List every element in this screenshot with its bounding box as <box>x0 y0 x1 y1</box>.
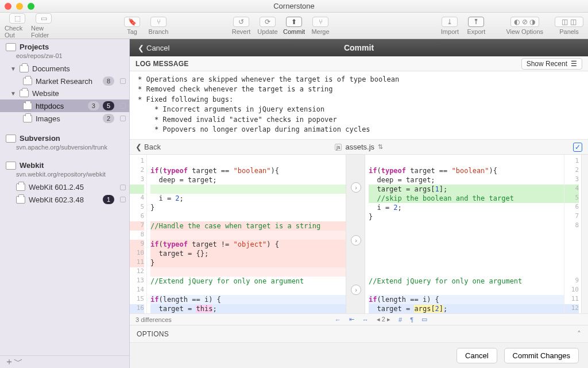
sidebar-footer: ＋﹀ <box>0 355 129 368</box>
export-button[interactable]: ⤒Export <box>463 17 489 35</box>
log-message-textarea[interactable]: * Operations are skipped whenever the ta… <box>130 71 588 140</box>
commit-changes-button[interactable]: Commit Changes <box>504 348 579 363</box>
diff-center-gutter: › › › <box>346 155 365 313</box>
folder-icon <box>23 78 32 85</box>
panels-button[interactable]: ◫ ◫Panels <box>555 17 583 35</box>
count-badge: 2 <box>103 114 114 123</box>
sidebar-item-website[interactable]: ▼Website <box>0 87 129 99</box>
diff-nav-mark-icon[interactable]: ⇤ <box>349 316 354 323</box>
add-button[interactable]: ＋﹀ <box>5 356 23 368</box>
projects-subtitle: eos/repos/zw-01 <box>0 52 129 63</box>
js-file-icon: js <box>335 144 342 151</box>
branch-button[interactable]: ⑂Branch <box>146 17 171 35</box>
folder-icon <box>16 196 25 204</box>
webkit-subtitle: svn.webkit.org/repository/webkit <box>0 171 129 181</box>
diff-viewer: 123456789101112131415161718 if(typeof ta… <box>130 155 588 314</box>
show-recent-button[interactable]: Show Recent☰ <box>521 58 582 70</box>
checkbox[interactable] <box>120 78 126 84</box>
checkbox[interactable] <box>120 116 126 121</box>
sidebar-item-images[interactable]: Images2 <box>0 112 129 125</box>
merge-button[interactable]: ⑂Merge <box>308 17 333 35</box>
diff-nav-combo-icon[interactable]: ↔ <box>362 316 369 323</box>
import-button[interactable]: ⤓Import <box>437 17 462 35</box>
main-pane: ❮ Cancel Commit LOG MESSAGE Show Recent☰… <box>130 39 588 368</box>
diff-nav-left-icon[interactable]: ← <box>335 316 341 323</box>
source-list-sidebar: Projects eos/repos/zw-01 ▼Documents Mark… <box>0 39 130 368</box>
subversion-header[interactable]: Subversion <box>0 131 129 144</box>
diff-status-bar: 3 differences ← ⇤ ↔ ◂ 2 ▸ # ¶ ▭ <box>130 314 588 325</box>
pilcrow-icon[interactable]: ¶ <box>410 316 413 323</box>
update-button[interactable]: ⟳Update <box>255 17 280 35</box>
cancel-button[interactable]: Cancel <box>457 348 497 363</box>
repo-icon <box>6 162 16 170</box>
view-options-button[interactable]: ◐ ⊘ ◑View Options <box>506 17 543 35</box>
log-message-header: LOG MESSAGE Show Recent☰ <box>130 56 588 71</box>
checkbox[interactable] <box>120 197 126 202</box>
current-file-name[interactable]: assets.js <box>345 143 374 151</box>
right-code[interactable]: if(typeof target == "boolean"){ deep = t… <box>365 155 564 313</box>
folder-icon <box>23 115 32 122</box>
count-badge: 3 <box>88 101 99 110</box>
folder-icon <box>16 183 25 191</box>
sidebar-item-httpdocs[interactable]: httpdocs35 <box>0 99 129 112</box>
sidebar-item-documents[interactable]: ▼Documents <box>0 63 129 75</box>
checkbox[interactable] <box>120 185 126 190</box>
diff-left-pane: 123456789101112131415161718 if(typeof ta… <box>130 155 346 313</box>
menu-icon: ☰ <box>571 60 577 68</box>
folder-icon <box>20 90 29 97</box>
commit-title: Commit <box>130 43 588 52</box>
left-line-gutter: 123456789101112131415161718 <box>130 155 147 313</box>
new-folder-button[interactable]: ▭New Folder <box>31 13 56 39</box>
repo-icon <box>6 135 16 143</box>
options-disclosure[interactable]: OPTIONS˄ <box>130 325 588 343</box>
folder-icon <box>23 102 32 110</box>
left-code[interactable]: if(typeof target == "boolean"){ deep = t… <box>147 155 346 313</box>
checkbox[interactable] <box>120 103 126 109</box>
count-badge: 8 <box>103 76 114 86</box>
tag-button[interactable]: 🔖Tag <box>119 17 145 35</box>
diff-hunk-button-1[interactable]: › <box>351 182 361 193</box>
diff-hunk-button-2[interactable]: › <box>351 235 361 246</box>
sidebar-item-webkit-602[interactable]: WebKit 602.3.481 <box>0 193 129 206</box>
window-titlebar: Cornerstone <box>0 0 588 13</box>
diff-hunk-button-3[interactable]: › <box>351 285 361 295</box>
count-badge-dark: 5 <box>103 101 114 110</box>
count-badge-dark: 1 <box>103 195 114 204</box>
diff-right-pane: if(typeof target == "boolean"){ deep = t… <box>365 155 581 313</box>
diff-nav-index: ◂ 2 ▸ <box>377 316 390 323</box>
revert-button[interactable]: ↺Revert <box>229 17 254 35</box>
diff-count: 3 differences <box>136 316 172 323</box>
commit-title-strip: ❮ Cancel Commit <box>130 39 588 56</box>
projects-header[interactable]: Projects <box>0 39 129 52</box>
sidebar-item-market-research[interactable]: Market Research8 <box>0 75 129 87</box>
main-toolbar: ⬚Check Out ▭New Folder 🔖Tag ⑂Branch ↺Rev… <box>0 13 588 39</box>
chevron-up-icon: ˄ <box>577 329 581 339</box>
hash-icon[interactable]: # <box>399 316 402 323</box>
folder-small-icon[interactable]: ▭ <box>421 316 427 323</box>
commit-footer: Cancel Commit Changes <box>130 343 588 368</box>
folder-icon <box>20 65 29 72</box>
webkit-header[interactable]: Webkit <box>0 158 129 171</box>
projects-icon <box>6 43 16 51</box>
window-title: Cornerstone <box>0 2 588 10</box>
subversion-subtitle: svn.apache.org/subversion/trunk <box>0 144 129 154</box>
commit-button[interactable]: ⬆Commit <box>281 17 307 35</box>
file-nav-strip: ❮ Back jsassets.js⇅ ✓ <box>130 140 588 155</box>
vertical-scrollbar[interactable] <box>581 155 588 313</box>
stepper-icon[interactable]: ⇅ <box>378 143 383 151</box>
check-out-button[interactable]: ⬚Check Out <box>5 13 30 39</box>
right-line-gutter: 1234567891011121314 <box>564 155 581 313</box>
sidebar-item-webkit-601[interactable]: WebKit 601.2.45 <box>0 181 129 193</box>
